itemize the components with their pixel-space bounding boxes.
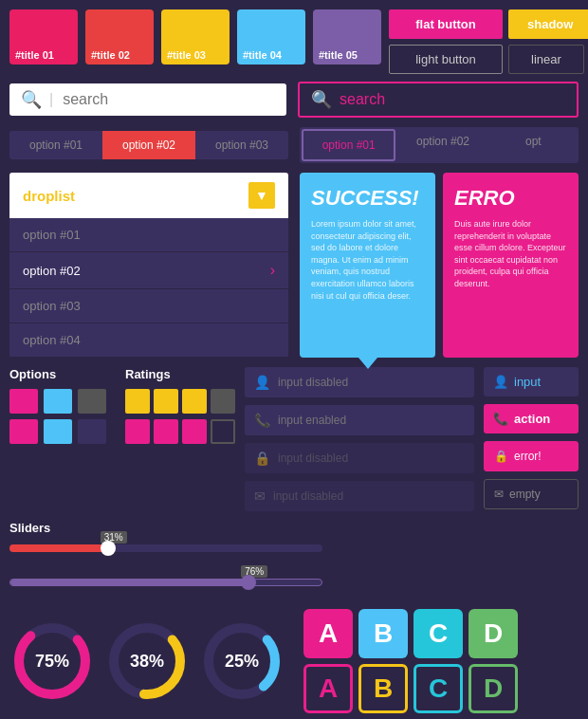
user-icon: 👤: [254, 375, 270, 390]
tile-01-label: #title 01: [15, 49, 54, 61]
star-yellow-2[interactable]: [154, 389, 178, 414]
light-button[interactable]: light button: [389, 45, 503, 74]
star-gray-1[interactable]: [211, 389, 235, 414]
sliders-section: Sliders 31% 76%: [0, 521, 588, 609]
slider-2-thumb[interactable]: [241, 575, 256, 590]
star-pink-1[interactable]: [125, 419, 150, 444]
dropdown-item-3[interactable]: option #03: [9, 289, 288, 323]
action-type-button[interactable]: 📞 action: [484, 404, 579, 433]
slider-2: 76%: [9, 579, 322, 586]
ratings-group: [125, 389, 235, 444]
tab-right-opt2[interactable]: option #02: [397, 127, 487, 163]
input-phone[interactable]: [278, 414, 465, 427]
star-yellow-1[interactable]: [125, 389, 150, 414]
block-C-outline[interactable]: C: [413, 664, 463, 713]
shadow-button[interactable]: shadow: [508, 9, 588, 39]
input-type-button[interactable]: 👤 input: [484, 367, 579, 396]
tab-left-opt1[interactable]: option #01: [9, 131, 102, 159]
slider-1-thumb[interactable]: [101, 541, 116, 556]
dropdown-item-4-label: option #04: [23, 333, 81, 347]
tile-03-label: #title 03: [167, 49, 206, 61]
options-label: Options: [9, 367, 106, 381]
block-D-filled[interactable]: D: [469, 609, 518, 658]
star-yellow-3[interactable]: [182, 389, 207, 414]
tooltip-container: SUCCESS! Lorem ipsum dolor sit amet, con…: [300, 173, 579, 358]
input-row-lock: 🔒: [245, 443, 474, 473]
lock-icon: 🔒: [254, 451, 270, 466]
tab-right-opt3[interactable]: opt: [488, 127, 579, 163]
tab-left-opt3[interactable]: option #03: [195, 131, 288, 159]
block-A-outline[interactable]: A: [303, 664, 353, 713]
input-user[interactable]: [278, 376, 465, 389]
checkbox-gray-1[interactable]: [78, 389, 106, 414]
checkbox-pink-2[interactable]: [9, 419, 38, 444]
error-type-button[interactable]: 🔒 error!: [484, 441, 579, 471]
dropdown-header[interactable]: droplist ▼: [9, 173, 288, 218]
tab-left-opt2[interactable]: option #02: [102, 131, 195, 159]
input-row-phone[interactable]: 📞: [245, 405, 474, 435]
star-pink-2[interactable]: [154, 419, 178, 444]
sliders-label: Sliders: [9, 521, 579, 535]
input-row-user[interactable]: 👤: [245, 367, 474, 397]
block-A-filled[interactable]: A: [303, 609, 353, 658]
block-B-filled[interactable]: B: [358, 609, 408, 658]
search-icon-dark: 🔍: [311, 89, 332, 110]
slider-2-fill: [10, 580, 247, 585]
ratings-panel: Ratings: [125, 367, 235, 453]
search-bar-light[interactable]: 🔍 |: [9, 83, 286, 116]
slider-1-track[interactable]: [9, 544, 322, 552]
checkbox-blue-1[interactable]: [44, 389, 72, 414]
empty-type-button[interactable]: ✉ empty: [484, 479, 579, 509]
linear-button[interactable]: linear: [508, 45, 584, 74]
empty-btn-label: empty: [509, 488, 541, 501]
dropdown-item-1[interactable]: option #01: [9, 218, 288, 252]
donut-75: 75%: [9, 618, 95, 704]
search-input-light[interactable]: [63, 91, 275, 108]
search-bar-dark[interactable]: 🔍: [298, 82, 579, 118]
block-D-outline[interactable]: D: [469, 664, 518, 713]
star-outline-1[interactable]: [211, 419, 235, 444]
block-C-filled[interactable]: C: [413, 609, 463, 658]
checkbox-blue-2[interactable]: [44, 419, 72, 444]
donut-75-label: 75%: [35, 652, 69, 672]
slider-container: 31% 76%: [9, 544, 322, 586]
buttons-group: flat button shadow light button linear: [389, 9, 588, 74]
bottom-row: 75% 38% 25% A B C D A B: [0, 609, 588, 713]
tooltip-success: SUCCESS! Lorem ipsum dolor sit amet, con…: [300, 173, 435, 358]
input-btn-label: input: [514, 375, 541, 389]
ratings-label: Ratings: [125, 367, 235, 381]
checkboxes-group: [9, 389, 106, 444]
tab-right-opt1[interactable]: option #01: [302, 129, 395, 161]
tiles-group: #title 01 #title 02 #title 03 #title 04 …: [9, 9, 381, 74]
donut-25: 25%: [199, 618, 285, 704]
dropdown-item-2[interactable]: option #02 ›: [9, 252, 288, 289]
tooltip-error-title: ERRO: [454, 186, 567, 211]
tooltip-success-body: Lorem ipsum dolor sit amet, consectetur …: [311, 218, 424, 302]
phone-icon-small: 📞: [493, 412, 508, 426]
dropdown-item-3-label: option #03: [23, 299, 81, 313]
block-B-outline[interactable]: B: [358, 664, 408, 713]
checkbox-pink-1[interactable]: [9, 389, 38, 414]
tile-01[interactable]: #title 01: [9, 9, 78, 65]
flat-button[interactable]: flat button: [389, 9, 503, 39]
slider-2-track[interactable]: [9, 579, 322, 586]
blocks-row-1: A B C D: [303, 609, 518, 658]
dropdown-arrow-icon[interactable]: ▼: [248, 182, 275, 209]
dropdown-item-2-label: option #02: [23, 264, 81, 278]
dropdown-item-4[interactable]: option #04: [9, 323, 288, 358]
input-row-email: ✉: [245, 481, 474, 511]
top-area: #title 01 #title 02 #title 03 #title 04 …: [0, 0, 588, 82]
donut-38-label: 38%: [130, 652, 164, 672]
chevron-right-icon: ›: [270, 262, 275, 279]
input-lock: [278, 452, 465, 465]
tile-03[interactable]: #title 03: [161, 9, 230, 65]
star-pink-3[interactable]: [182, 419, 207, 444]
tile-04[interactable]: #title 04: [237, 9, 305, 65]
search-input-dark[interactable]: [340, 91, 565, 108]
search-section: 🔍 | 🔍: [0, 82, 588, 127]
tile-05[interactable]: #title 05: [313, 9, 381, 65]
tile-02[interactable]: #title 02: [85, 9, 154, 65]
checkbox-dark-2[interactable]: [78, 419, 106, 444]
tooltip-error: ERRO Duis aute irure dolor reprehenderit…: [443, 173, 579, 358]
slider-1-wrapper: 31%: [9, 544, 322, 552]
